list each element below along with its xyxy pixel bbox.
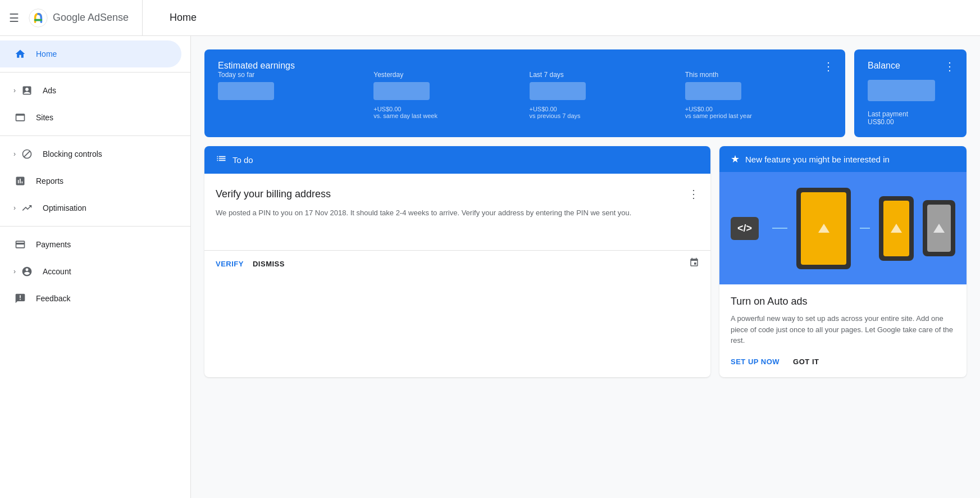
sidebar-label-sites: Sites (36, 113, 53, 122)
body-layout: Home › Ads Sites › Blocking controls (0, 36, 980, 498)
estimated-earnings-card: Estimated earnings ⋮ Today so far Yester… (204, 49, 845, 137)
feature-header: ★ New feature you might be interested in (719, 146, 967, 172)
balance-card: Balance ⋮ Last payment US$0.00 (854, 49, 967, 137)
blocking-icon (20, 147, 34, 161)
balance-last-payment-amount: US$0.00 (868, 118, 953, 126)
todo-card: To do Verify your billing address ⋮ We p… (204, 146, 710, 377)
todo-pin-button[interactable] (689, 257, 699, 270)
sidebar-item-reports[interactable]: Reports (0, 167, 181, 194)
feature-illustration: </> (719, 172, 967, 284)
phone-screen (883, 201, 909, 256)
sidebar-divider-2 (0, 135, 190, 136)
yesterday-label: Yesterday (373, 71, 520, 79)
app-name: Google AdSense (53, 12, 129, 24)
thismonth-comparison: +US$0.00vs same period last year (685, 106, 832, 119)
phone-triangle-icon (891, 224, 902, 233)
expand-arrow-optimisation: › (13, 204, 16, 212)
sidebar-label-payments: Payments (36, 240, 71, 249)
earnings-yesterday: Yesterday +US$0.00vs. same day last week (373, 71, 520, 119)
sidebar-label-account: Account (43, 267, 71, 276)
tablet-triangle-icon (818, 224, 829, 233)
small-phone-triangle-icon (933, 224, 945, 233)
todo-item-description: We posted a PIN to you on 17 Nov 2018. I… (216, 207, 699, 219)
sidebar-item-account[interactable]: › Account (0, 258, 181, 285)
device-phone (879, 196, 914, 261)
main-content: Estimated earnings ⋮ Today so far Yester… (191, 36, 980, 498)
sites-icon (13, 111, 27, 124)
small-phone-screen (927, 205, 951, 252)
sidebar-divider-1 (0, 72, 190, 73)
sidebar-label-home: Home (36, 49, 57, 58)
feature-card: ★ New feature you might be interested in… (719, 146, 967, 377)
feedback-icon (13, 292, 27, 305)
feature-description: A powerful new way to set up ads across … (731, 313, 955, 346)
svg-point-0 (29, 8, 47, 26)
balance-more-button[interactable]: ⋮ (942, 58, 958, 74)
expand-arrow-ads: › (13, 87, 16, 94)
yesterday-comparison: +US$0.00vs. same day last week (373, 106, 520, 119)
bottom-row: To do Verify your billing address ⋮ We p… (204, 146, 967, 377)
feature-body: Turn on Auto ads A powerful new way to s… (719, 284, 967, 377)
thismonth-label: This month (685, 71, 832, 79)
last7-amount (530, 82, 586, 100)
last7-comparison: +US$0.00vs previous 7 days (530, 106, 676, 119)
earnings-card-title: Estimated earnings (218, 61, 295, 70)
todo-item-more-button[interactable]: ⋮ (688, 187, 699, 201)
earnings-last7days: Last 7 days +US$0.00vs previous 7 days (530, 71, 676, 119)
balance-card-title: Balance (868, 61, 900, 70)
adsense-logo-icon (28, 8, 48, 28)
menu-icon[interactable]: ☰ (9, 11, 19, 25)
todo-footer: VERIFY DISMISS (204, 250, 710, 277)
earnings-thismonth: This month +US$0.00vs same period last y… (685, 71, 832, 119)
setup-now-button[interactable]: SET UP NOW (731, 357, 780, 366)
logo-area: Google AdSense (28, 0, 143, 35)
todo-dismiss-button[interactable]: DISMISS (253, 260, 285, 268)
todo-item-header: Verify your billing address ⋮ (216, 187, 699, 201)
today-amount (218, 82, 274, 100)
sidebar-item-blocking-controls[interactable]: › Blocking controls (0, 141, 181, 167)
todo-header: To do (204, 146, 710, 174)
connector-1 (772, 228, 787, 229)
page-title: Home (170, 12, 197, 24)
sidebar-label-optimisation: Optimisation (43, 203, 86, 212)
sidebar-item-optimisation[interactable]: › Optimisation (0, 194, 181, 221)
code-tag: </> (731, 217, 759, 240)
sidebar-label-ads: Ads (43, 86, 56, 95)
feature-header-title: New feature you might be interested in (745, 155, 890, 164)
optimisation-icon (20, 201, 34, 215)
tablet-screen (801, 192, 847, 265)
sidebar-item-feedback[interactable]: Feedback (0, 285, 181, 312)
expand-arrow-blocking: › (13, 150, 16, 158)
sidebar-label-feedback: Feedback (36, 294, 70, 303)
sidebar-item-sites[interactable]: Sites (0, 104, 181, 131)
feature-footer: SET UP NOW GOT IT (731, 357, 955, 366)
sidebar-divider-3 (0, 226, 190, 227)
todo-header-icon (216, 153, 227, 167)
device-tablet (796, 188, 851, 269)
sidebar-item-payments[interactable]: Payments (0, 231, 181, 258)
reports-icon (13, 174, 27, 188)
cards-row-top: Estimated earnings ⋮ Today so far Yester… (204, 49, 967, 137)
sidebar-item-ads[interactable]: › Ads (0, 77, 181, 104)
balance-last-payment-label: Last payment (868, 110, 953, 118)
home-icon (13, 47, 27, 61)
earnings-today: Today so far (218, 71, 364, 119)
thismonth-amount (685, 82, 741, 100)
feature-title: Turn on Auto ads (731, 296, 955, 307)
balance-amount (868, 80, 935, 101)
feature-star-icon: ★ (731, 153, 740, 165)
expand-arrow-account: › (13, 268, 16, 275)
last7-label: Last 7 days (530, 71, 676, 79)
payments-icon (13, 238, 27, 251)
account-icon (20, 265, 34, 278)
todo-header-title: To do (233, 155, 253, 165)
sidebar-item-home[interactable]: Home (0, 40, 181, 67)
todo-verify-button[interactable]: VERIFY (216, 260, 244, 268)
ads-icon (20, 84, 34, 97)
sidebar: Home › Ads Sites › Blocking controls (0, 36, 191, 498)
today-label: Today so far (218, 71, 364, 79)
sidebar-label-blocking-controls: Blocking controls (43, 150, 102, 159)
todo-item-title: Verify your billing address (216, 188, 331, 200)
got-it-button[interactable]: GOT IT (793, 357, 819, 366)
sidebar-label-reports: Reports (36, 176, 63, 185)
